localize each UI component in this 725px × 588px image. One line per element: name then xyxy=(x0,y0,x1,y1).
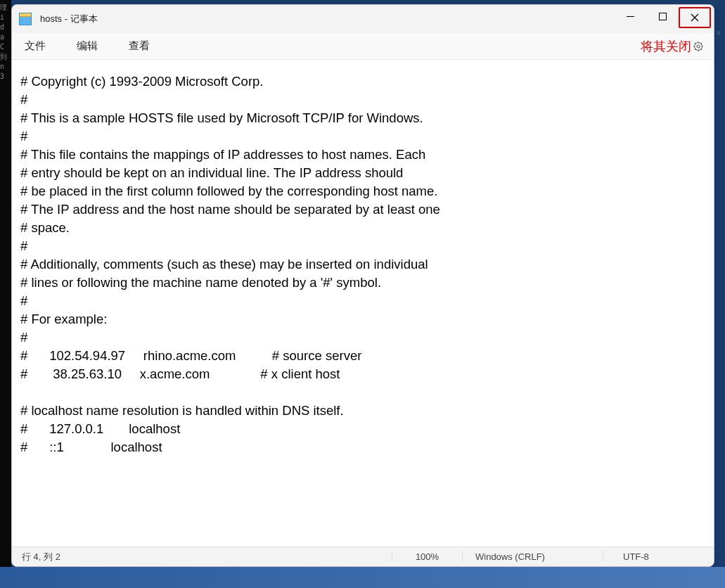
menu-edit[interactable]: 编辑 xyxy=(71,37,103,56)
status-cursor-position: 行 4, 列 2 xyxy=(12,551,392,563)
close-button[interactable] xyxy=(679,7,711,28)
status-encoding: UTF-8 xyxy=(603,551,673,562)
menubar-row: 文件 编辑 查看 将其关闭 xyxy=(12,33,714,60)
maximize-icon xyxy=(659,13,667,20)
gear-icon[interactable] xyxy=(693,41,704,52)
svg-point-5 xyxy=(697,45,700,48)
menubar: 文件 编辑 查看 xyxy=(19,37,155,56)
svg-rect-1 xyxy=(659,13,666,20)
menu-file[interactable]: 文件 xyxy=(19,37,51,56)
maximize-button[interactable] xyxy=(646,5,679,27)
close-annotation: 将其关闭 xyxy=(641,38,704,55)
minimize-icon xyxy=(627,13,634,20)
window-controls xyxy=(614,5,714,27)
notepad-window: hosts - 记事本 文件 编辑 查看 将其关闭 # Copyright (c… xyxy=(11,4,714,567)
window-title: hosts - 记事本 xyxy=(40,13,98,25)
titlebar[interactable]: hosts - 记事本 xyxy=(12,5,714,33)
menu-view[interactable]: 查看 xyxy=(123,37,155,56)
status-zoom[interactable]: 100% xyxy=(392,551,462,562)
notepad-app-icon xyxy=(19,13,32,25)
desktop-right-edge: v xyxy=(717,28,725,37)
statusbar: 行 4, 列 2 100% Windows (CRLF) UTF-8 xyxy=(12,547,714,566)
close-icon xyxy=(691,13,699,22)
status-line-ending: Windows (CRLF) xyxy=(462,551,603,562)
desktop-taskbar xyxy=(0,567,725,588)
text-content[interactable]: # Copyright (c) 1993-2009 Microsoft Corp… xyxy=(12,60,714,547)
minimize-button[interactable] xyxy=(614,5,646,27)
desktop-background-left: 理 i d a C 到 n 3 xyxy=(0,0,11,588)
annotation-label: 将其关闭 xyxy=(641,38,691,55)
